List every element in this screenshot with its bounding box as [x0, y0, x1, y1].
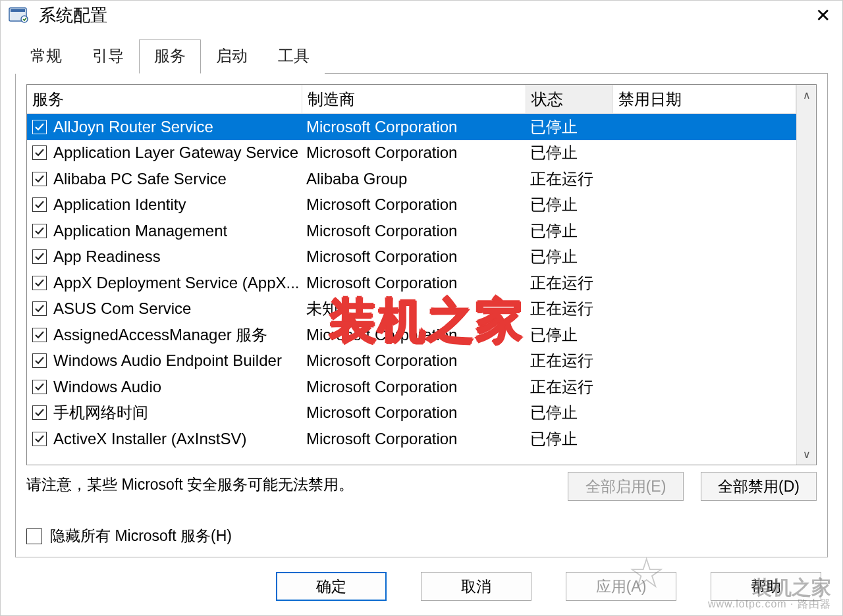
tab-boot[interactable]: 引导	[77, 39, 139, 74]
app-icon	[9, 6, 30, 24]
service-row[interactable]: AppX Deployment Service (AppX...Microsof…	[27, 270, 796, 296]
service-status: 已停止	[526, 246, 613, 267]
service-checkbox[interactable]	[32, 197, 47, 212]
tab-label: 常规	[30, 47, 62, 64]
help-button[interactable]: 帮助	[711, 572, 821, 601]
security-note: 请注意，某些 Microsoft 安全服务可能无法禁用。	[26, 472, 551, 495]
service-row[interactable]: App ReadinessMicrosoft Corporation已停止	[27, 244, 796, 270]
service-status: 正在运行	[526, 376, 613, 398]
service-row[interactable]: Application ManagementMicrosoft Corporat…	[27, 218, 796, 244]
service-manufacturer: Microsoft Corporation	[302, 326, 526, 344]
service-name: Application Management	[53, 222, 227, 240]
services-panel: 服务 制造商 状态 禁用日期 AllJoyn Router ServiceMic…	[15, 73, 828, 557]
service-status: 正在运行	[526, 168, 613, 190]
service-manufacturer: Alibaba Group	[302, 170, 526, 188]
service-manufacturer: Microsoft Corporation	[302, 118, 526, 136]
ok-button[interactable]: 确定	[276, 572, 387, 601]
service-row[interactable]: Application Layer Gateway ServiceMicroso…	[27, 140, 796, 167]
service-rows: AllJoyn Router ServiceMicrosoft Corporat…	[27, 114, 796, 452]
service-name: App Readiness	[53, 247, 161, 266]
service-name: AppX Deployment Service (AppX...	[53, 274, 300, 292]
service-checkbox[interactable]	[32, 301, 47, 316]
service-manufacturer: Microsoft Corporation	[302, 378, 526, 396]
tab-startup[interactable]: 启动	[201, 39, 263, 74]
col-manufacturer[interactable]: 制造商	[302, 85, 526, 114]
service-row[interactable]: Windows AudioMicrosoft Corporation正在运行	[27, 374, 796, 400]
service-manufacturer: Microsoft Corporation	[302, 143, 526, 162]
service-status: 已停止	[526, 220, 613, 242]
service-name: 手机网络时间	[53, 402, 148, 423]
service-name: Windows Audio	[53, 378, 161, 396]
scroll-up-icon[interactable]: ∧	[803, 89, 811, 101]
service-checkbox[interactable]	[32, 353, 47, 368]
service-name: AllJoyn Router Service	[53, 118, 213, 136]
tab-label: 服务	[154, 47, 186, 64]
tab-services[interactable]: 服务	[139, 39, 201, 74]
tab-strip: 常规 引导 服务 启动 工具	[1, 32, 842, 73]
services-list: 服务 制造商 状态 禁用日期 AllJoyn Router ServiceMic…	[26, 84, 817, 465]
titlebar: 系统配置 ✕	[1, 1, 842, 32]
service-name: ActiveX Installer (AxInstSV)	[53, 430, 246, 448]
service-row[interactable]: Application IdentityMicrosoft Corporatio…	[27, 192, 796, 218]
service-checkbox[interactable]	[32, 120, 47, 134]
panel-actions: 请注意，某些 Microsoft 安全服务可能无法禁用。 全部启用(E) 全部禁…	[26, 472, 817, 501]
service-manufacturer: Microsoft Corporation	[302, 274, 526, 292]
tab-label: 引导	[92, 47, 124, 64]
service-status: 已停止	[526, 428, 613, 449]
close-button[interactable]: ✕	[811, 5, 834, 26]
service-checkbox[interactable]	[32, 145, 47, 160]
service-checkbox[interactable]	[32, 249, 47, 264]
service-row[interactable]: ActiveX Installer (AxInstSV)Microsoft Co…	[27, 426, 796, 452]
service-row[interactable]: Alibaba PC Safe ServiceAlibaba Group正在运行	[27, 166, 796, 192]
service-checkbox[interactable]	[32, 224, 47, 238]
scroll-down-icon[interactable]: ∨	[803, 448, 811, 461]
tab-label: 工具	[278, 47, 310, 64]
service-row[interactable]: ASUS Com Service未知正在运行	[27, 296, 796, 322]
column-headers: 服务 制造商 状态 禁用日期	[27, 85, 796, 114]
service-checkbox[interactable]	[32, 276, 47, 290]
tab-general[interactable]: 常规	[15, 39, 77, 74]
service-status: 已停止	[526, 142, 613, 163]
disable-all-button[interactable]: 全部禁用(D)	[701, 472, 817, 501]
service-checkbox[interactable]	[32, 405, 47, 420]
msconfig-window: 系统配置 ✕ 常规 引导 服务 启动 工具 服务 制造商 状态 禁用日期 All…	[0, 0, 843, 616]
service-name: Alibaba PC Safe Service	[53, 170, 227, 188]
service-checkbox[interactable]	[32, 432, 47, 446]
service-row[interactable]: AssignedAccessManager 服务Microsoft Corpor…	[27, 322, 796, 348]
col-disabled-date[interactable]: 禁用日期	[613, 85, 796, 114]
service-status: 正在运行	[526, 298, 613, 319]
service-manufacturer: Microsoft Corporation	[302, 195, 526, 214]
apply-button[interactable]: 应用(A)	[566, 572, 676, 601]
enable-all-button[interactable]: 全部启用(E)	[568, 472, 684, 501]
service-name: Application Layer Gateway Service	[53, 143, 298, 162]
cancel-button[interactable]: 取消	[421, 572, 531, 601]
service-status: 已停止	[526, 194, 613, 215]
service-name: AssignedAccessManager 服务	[53, 324, 267, 346]
service-name: Windows Audio Endpoint Builder	[53, 351, 282, 370]
service-row[interactable]: AllJoyn Router ServiceMicrosoft Corporat…	[27, 114, 796, 140]
service-checkbox[interactable]	[32, 328, 47, 342]
service-checkbox[interactable]	[32, 380, 47, 394]
service-row[interactable]: 手机网络时间Microsoft Corporation已停止	[27, 400, 796, 426]
window-title: 系统配置	[39, 4, 107, 27]
service-manufacturer: Microsoft Corporation	[302, 222, 526, 240]
service-manufacturer: 未知	[302, 298, 526, 319]
tab-tools[interactable]: 工具	[263, 39, 325, 74]
service-manufacturer: Microsoft Corporation	[302, 247, 526, 266]
svg-rect-1	[11, 9, 25, 12]
service-name: Application Identity	[53, 195, 186, 214]
dialog-footer: 确定 取消 应用(A) 帮助	[1, 565, 842, 615]
svg-point-2	[21, 16, 28, 22]
scrollbar[interactable]: ∧ ∨	[796, 85, 816, 465]
hide-ms-checkbox[interactable]	[26, 528, 42, 544]
col-service[interactable]: 服务	[27, 85, 302, 114]
hide-ms-row: 隐藏所有 Microsoft 服务(H)	[26, 526, 817, 546]
service-checkbox[interactable]	[32, 172, 47, 186]
tab-label: 启动	[216, 47, 248, 64]
service-manufacturer: Microsoft Corporation	[302, 430, 526, 448]
service-status: 正在运行	[526, 350, 613, 371]
col-status[interactable]: 状态	[526, 85, 613, 114]
service-status: 正在运行	[526, 272, 613, 294]
service-name: ASUS Com Service	[53, 299, 191, 318]
service-row[interactable]: Windows Audio Endpoint BuilderMicrosoft …	[27, 348, 796, 374]
